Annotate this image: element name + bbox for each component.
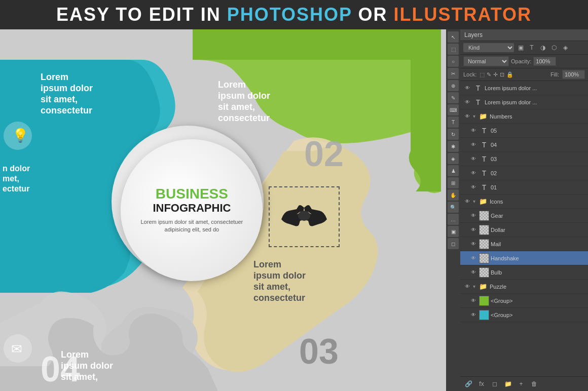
filter-adjust-icon[interactable]: ◑ [538,43,547,52]
blend-mode-select[interactable]: Normal [463,56,509,66]
filter-text-icon[interactable]: T [527,43,536,52]
layer-name-gear: Gear [491,213,586,219]
layer-name-grp2: <Group> [491,312,586,318]
layer-item-n02[interactable]: 👁T02 [460,166,588,180]
layer-name-dollar: Dollar [491,227,586,233]
tool-icon-4[interactable]: ⊕ [448,80,459,91]
svg-text:ipsum dolor: ipsum dolor [218,91,270,101]
new-group-button[interactable]: 📁 [503,379,513,389]
svg-text:Lorem: Lorem [61,349,89,360]
business-title: BUSINESS [156,186,228,202]
eye-icon-grp1[interactable]: 👁 [469,297,477,305]
layer-name-mail: Mail [491,241,586,247]
eye-icon-lorem2[interactable]: 👁 [463,98,471,106]
layer-item-gear[interactable]: 👁Gear [460,209,588,223]
tool-icon-5[interactable]: ✎ [448,92,459,103]
eye-icon-n03[interactable]: 👁 [469,155,477,163]
lock-all-icon[interactable]: 🔒 [506,71,513,78]
tool-icon-1[interactable]: ⬚ [448,44,459,55]
layer-item-n03[interactable]: 👁T03 [460,152,588,166]
tool-icon-2[interactable]: ○ [448,56,459,67]
eye-icon-handshake[interactable]: 👁 [469,254,477,262]
layer-item-lorem2[interactable]: 👁TLorem ipsum dolor ... [460,95,588,109]
new-layer-button[interactable]: + [516,379,526,389]
tool-icon-17[interactable]: ◻ [448,238,459,249]
delete-layer-button[interactable]: 🗑 [529,379,539,389]
tool-icon-11[interactable]: ♟ [448,165,459,176]
eye-icon-n05[interactable]: 👁 [469,127,477,135]
eye-icon-bulb[interactable]: 👁 [469,268,477,277]
eye-icon-icons-group[interactable]: 👁 [463,198,471,206]
eye-icon-dollar[interactable]: 👁 [469,226,477,234]
svg-text:✉: ✉ [11,341,22,357]
layer-item-puzzle-group[interactable]: 👁▾📁Puzzle [460,280,588,294]
fill-label: Fill: [550,71,559,77]
tool-icon-6[interactable]: ⌨ [448,104,459,115]
layer-name-n05: 05 [491,128,586,134]
eye-icon-grp2[interactable]: 👁 [469,311,477,319]
layer-item-lorem1[interactable]: 👁TLorem ipsum dolor ... [460,81,588,95]
header-text-illustrator: ILLUSTRATOR [393,4,532,25]
header-banner: EASY TO EDIT IN PHOTOSHOP OR ILLUSTRATOR [0,0,588,29]
svg-text:consectetur: consectetur [41,105,92,115]
opacity-input[interactable] [533,57,556,66]
lock-move-icon[interactable]: ✛ [493,71,498,78]
layer-item-dollar[interactable]: 👁Dollar [460,223,588,237]
tool-icon-7[interactable]: T [448,116,459,128]
expand-icon-puzzle-group[interactable]: ▾ [473,284,475,289]
layer-thumb-bulb [479,267,489,278]
expand-icon-numbers-group[interactable]: ▾ [473,113,475,119]
fill-input[interactable] [562,70,585,79]
layer-name-grp1: <Group> [491,298,586,304]
layer-item-numbers-group[interactable]: 👁▾📁Numbers [460,109,588,124]
tool-icon-8[interactable]: ↻ [448,129,459,140]
layer-list[interactable]: 👁TLorem ipsum dolor ...👁TLorem ipsum dol… [460,81,588,376]
layers-panel-title: Layers [460,29,588,41]
layer-item-grp1[interactable]: 👁<Group> [460,294,588,308]
tool-icon-12[interactable]: ⊞ [448,177,459,188]
add-mask-button[interactable]: ◻ [490,379,500,389]
layer-item-handshake[interactable]: 👁Handshake [460,251,588,265]
layer-name-n03: 03 [491,156,586,162]
layer-item-n04[interactable]: 👁T04 [460,138,588,152]
layer-item-mail[interactable]: 👁Mail [460,237,588,251]
eye-icon-mail[interactable]: 👁 [469,240,477,248]
eye-icon-n04[interactable]: 👁 [469,141,477,149]
layer-item-n05[interactable]: 👁T05 [460,124,588,138]
filter-shape-icon[interactable]: ⬡ [549,43,559,52]
layer-item-bulb[interactable]: 👁Bulb [460,265,588,280]
eye-icon-n02[interactable]: 👁 [469,169,477,177]
svg-text:02: 02 [304,134,344,174]
add-style-button[interactable]: fx [476,379,487,389]
lock-transparency-icon[interactable]: ⬚ [480,71,485,78]
business-description: Lorem ipsum dolor sit amet, consectetuer… [131,218,252,234]
expand-icon-icons-group[interactable]: ▾ [473,199,475,204]
layer-search-dropdown[interactable]: Kind [463,43,514,52]
tool-icon-10[interactable]: ◈ [448,153,459,164]
eye-icon-numbers-group[interactable]: 👁 [463,112,471,121]
layer-item-grp2[interactable]: 👁<Group> [460,308,588,322]
layers-toolbar: Kind ▣ T ◑ ⬡ ◈ [460,41,588,55]
link-layers-button[interactable]: 🔗 [463,379,473,389]
tool-icon-0[interactable]: ↖ [448,31,459,43]
filter-pixel-icon[interactable]: ▣ [516,43,525,52]
tool-icon-15[interactable]: … [448,214,459,225]
svg-text:consectetur: consectetur [253,293,305,303]
layer-name-lorem2: Lorem ipsum dolor ... [485,99,586,105]
layer-thumb-n01: T [479,182,489,192]
tool-icon-14[interactable]: 🔍 [448,202,459,213]
lock-paint-icon[interactable]: ✎ [487,71,491,78]
eye-icon-lorem1[interactable]: 👁 [463,84,471,92]
tool-icon-16[interactable]: ▣ [448,226,459,237]
layer-item-icons-group[interactable]: 👁▾📁Icons [460,194,588,209]
layer-item-n01[interactable]: 👁T01 [460,180,588,194]
tool-icon-3[interactable]: ✂ [448,68,459,79]
layer-thumb-puzzle-group: 📁 [478,282,488,292]
lock-artboard-icon[interactable]: ⊡ [500,71,504,78]
tool-icon-13[interactable]: ✋ [448,189,459,201]
filter-smart-icon[interactable]: ◈ [561,43,570,52]
eye-icon-gear[interactable]: 👁 [469,212,477,220]
eye-icon-n01[interactable]: 👁 [469,183,477,191]
tool-icon-9[interactable]: ✱ [448,141,459,152]
eye-icon-puzzle-group[interactable]: 👁 [463,283,471,291]
